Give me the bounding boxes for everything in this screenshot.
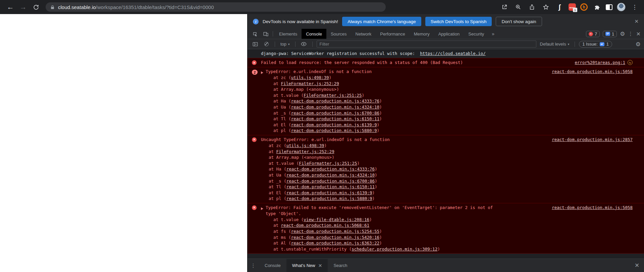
match-language-button[interactable]: Always match Chrome's language xyxy=(342,17,421,26)
tab-memory[interactable]: Memory xyxy=(410,29,434,39)
address-bar[interactable]: cloud.seatable.io/workspace/16351/dtable… xyxy=(46,2,386,12)
console-sidebar-toggle[interactable] xyxy=(251,42,260,47)
stack-frame-link[interactable]: react-dom.production.min.js:5880:9 xyxy=(291,128,377,133)
browser-menu-button[interactable]: ⋮ xyxy=(630,2,639,12)
bookmark-button[interactable] xyxy=(541,2,550,12)
issues-counter-button[interactable]: 1 Issue: 1 xyxy=(579,41,612,48)
stack-frame-link[interactable]: FileFormatter.js:252:29 xyxy=(281,81,339,86)
devtools-close-icon[interactable]: ✕ xyxy=(636,31,641,37)
stack-frame-link[interactable]: utils.js:498:39 xyxy=(286,143,324,148)
side-panel-icon[interactable] xyxy=(606,4,612,10)
more-tabs-button[interactable]: » xyxy=(488,29,498,39)
stack-frame-link[interactable]: scheduler.production.min.js:309:12 xyxy=(352,247,437,252)
stack-frame-link[interactable]: view-file-dtable.js:208:16 xyxy=(304,217,369,222)
stack-frame-link[interactable]: react-dom.production.min.js:5254:55 xyxy=(291,229,379,234)
drawer-tab-console[interactable]: Console xyxy=(259,259,286,272)
console-toolbar: top ▾ Default levels ▾ 1 Issue: 1 ⚙ xyxy=(248,39,644,49)
extension-password-manager-icon[interactable]: ••• 1 xyxy=(569,3,576,11)
stack-frame-link[interactable]: react-dom.production.min.js:6363:22 xyxy=(291,241,379,246)
stack-frame-link[interactable]: react-dom.production.min.js:4324:10 xyxy=(286,173,375,178)
dont-show-again-button[interactable]: Don't show again xyxy=(496,17,542,26)
stack-frame-link[interactable]: react-dom.production.min.js:6700:86 xyxy=(286,179,375,184)
stack-frame-link[interactable]: react-dom.production.min.js:5068:61 xyxy=(281,223,369,228)
issues-icon xyxy=(605,32,610,36)
drawer-menu-icon[interactable]: ⋮ xyxy=(248,259,259,272)
error-circle-icon: × xyxy=(589,32,593,36)
stack-frame-link[interactable]: react-dom.production.min.js:5880:9 xyxy=(286,196,372,201)
console-settings-gear-icon[interactable]: ⚙ xyxy=(636,41,641,48)
extension-b-icon[interactable]: b xyxy=(580,3,588,11)
share-button[interactable] xyxy=(527,2,537,12)
tab-performance[interactable]: Performance xyxy=(376,29,409,39)
source-location-link[interactable]: react-dom.production.min.js:5058 xyxy=(552,69,633,75)
stack-frame-link[interactable]: utils.js:498:39 xyxy=(291,75,329,80)
stack-frame-link[interactable]: react-dom.production.min.js:4333:76 xyxy=(291,98,379,104)
console-message: django-pwa: ServiceWorker registration s… xyxy=(248,49,644,58)
drawer-tab-search[interactable]: Search xyxy=(328,259,353,272)
tab-elements[interactable]: Elements xyxy=(275,29,302,39)
stack-frame-text: at xyxy=(269,149,276,154)
stack-frame-link[interactable]: react-dom.production.min.js:4333:76 xyxy=(286,166,375,172)
stack-frame-link[interactable]: react-dom.production.min.js:6139:9 xyxy=(291,122,377,127)
issue-pill-count: 1 xyxy=(606,42,609,47)
issue-count-badge[interactable]: 1 xyxy=(603,31,617,37)
device-toolbar-button[interactable] xyxy=(260,29,271,39)
reload-button[interactable] xyxy=(30,1,42,13)
stack-frame-link[interactable]: FileFormatter.js:251:25 xyxy=(299,161,357,166)
infobar-close-icon[interactable]: ✕ xyxy=(634,18,639,24)
tab-network[interactable]: Network xyxy=(351,29,376,39)
infobar-message: DevTools is now available in Spanish! xyxy=(263,19,338,24)
stack-frame-text: at ms ( xyxy=(273,235,291,240)
devtools-menu-icon[interactable]: ⋮ xyxy=(628,31,633,37)
stack-frame: at pl (react-dom.production.min.js:5880:… xyxy=(261,196,390,202)
console-message: ×Uncaught TypeError: e.url.indexOf is no… xyxy=(248,135,644,203)
javascript-context-dropdown[interactable]: top ▾ xyxy=(279,42,291,47)
settings-gear-icon[interactable]: ⚙ xyxy=(620,30,625,37)
profile-avatar[interactable] xyxy=(617,3,626,11)
error-count-badge[interactable]: × 7 xyxy=(586,31,600,37)
stack-frame-link[interactable]: react-dom.production.min.js:6150:11 xyxy=(286,184,375,189)
drawer-close-icon[interactable]: ✕ xyxy=(630,259,644,272)
stack-frame-text: at t.value ( xyxy=(273,93,304,98)
stack-frame-link[interactable]: react-dom.production.min.js:6150:11 xyxy=(291,116,379,121)
stack-frame-link[interactable]: react-dom.production.min.js:4324:10 xyxy=(291,105,379,110)
extension-stripe-icon[interactable]: ʃ xyxy=(555,2,564,12)
clear-console-button[interactable] xyxy=(262,42,271,46)
extensions-button[interactable] xyxy=(592,2,601,12)
stack-frame-text: at Ua ( xyxy=(273,105,291,110)
inspect-element-button[interactable] xyxy=(250,29,260,39)
switch-spanish-button[interactable]: Switch DevTools to Spanish xyxy=(425,17,492,26)
zoom-button[interactable] xyxy=(514,2,523,12)
stack-frame-text: at Ha ( xyxy=(269,166,286,172)
source-location-link[interactable]: error%20tareas.png:1 xyxy=(575,60,625,66)
stack-frame-link[interactable]: FileFormatter.js:251:25 xyxy=(304,93,362,98)
source-location-link[interactable]: react-dom.production.min.js:2857 xyxy=(552,137,633,143)
stack-frame-link[interactable]: react-dom.production.min.js:6139:9 xyxy=(286,190,372,195)
divider xyxy=(295,42,296,47)
tab-console[interactable]: Console xyxy=(302,29,326,39)
stack-frame-text: ) xyxy=(375,179,377,184)
console-filter-input[interactable] xyxy=(317,41,536,48)
drawer-tab-whats-new[interactable]: What's New ✕ xyxy=(286,259,328,272)
source-location-link[interactable]: react-dom.production.min.js:5058 xyxy=(552,205,633,211)
expand-triangle-icon[interactable] xyxy=(261,69,266,75)
log-levels-dropdown[interactable]: Default levels ▾ xyxy=(539,42,571,47)
back-button[interactable]: ← xyxy=(5,1,16,13)
message-body: TypeError: Failed to execute 'removeEven… xyxy=(266,205,497,252)
forward-button[interactable]: → xyxy=(17,1,29,13)
drawer-tab-label: What's New xyxy=(292,263,315,268)
message-link[interactable]: https://cloud.seatable.io/ xyxy=(420,51,486,56)
tab-application[interactable]: Application xyxy=(434,29,464,39)
stack-frame-link[interactable]: react-dom.production.min.js:6700:86 xyxy=(291,111,379,116)
message-gutter xyxy=(248,51,261,51)
open-in-new-button[interactable] xyxy=(500,2,509,12)
expand-triangle-icon[interactable] xyxy=(261,205,266,211)
stack-frame-link[interactable]: FileFormatter.js:252:29 xyxy=(276,149,334,154)
live-expression-button[interactable] xyxy=(300,42,308,46)
drawer-tab-close-icon[interactable]: ✕ xyxy=(318,263,322,268)
tab-security[interactable]: Security xyxy=(464,29,488,39)
tab-sources[interactable]: Sources xyxy=(326,29,351,39)
error-icon: × xyxy=(252,205,257,210)
show-network-request-icon[interactable]: ↻ xyxy=(628,60,633,65)
stack-frame-link[interactable]: react-dom.production.min.js:5420:16 xyxy=(291,235,379,240)
